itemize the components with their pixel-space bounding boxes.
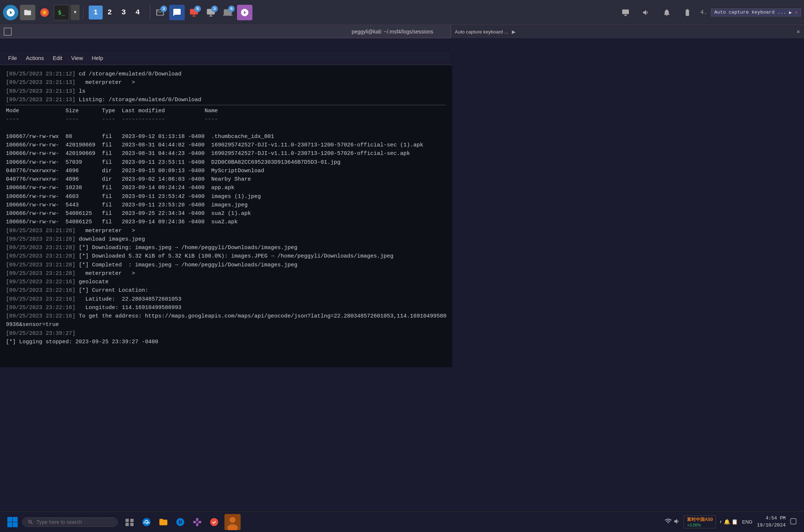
menu-actions[interactable]: Actions <box>22 54 47 62</box>
workspace-1[interactable]: 1 <box>89 6 103 19</box>
store-icon[interactable] <box>173 515 188 529</box>
term-file-4: 100666/rw-rw-rw- 57039 fil 2023-09-11 23… <box>6 158 446 167</box>
term-line-g6: 9936&sensor=true <box>6 320 446 329</box>
bell-icon[interactable] <box>659 5 674 20</box>
terminal-square-icon[interactable] <box>4 28 12 36</box>
tray-icon-1[interactable]: ⬆ <box>719 519 722 525</box>
edge-icon[interactable] <box>139 515 154 529</box>
close-icon-small[interactable]: ✕ <box>795 10 798 15</box>
start-button[interactable] <box>3 514 22 530</box>
menu-help[interactable]: Help <box>88 54 107 62</box>
windows-taskbar: 富时中国A50 +3.00% ⬆ 🔔 📋 ENG 4:54 PM 19/10/2… <box>0 511 804 532</box>
language-indicator[interactable]: ENG <box>741 519 754 525</box>
term-line-g2: [09/25/2023 23:22:16] [*] Current Locati… <box>6 286 446 295</box>
menu-file[interactable]: File <box>4 54 21 62</box>
search-input[interactable] <box>36 519 103 525</box>
volume-icon-bottom[interactable] <box>673 518 681 526</box>
auto-capture-label: Auto capture keyboard ... <box>714 10 786 15</box>
svg-point-13 <box>210 518 218 526</box>
kali-icon[interactable] <box>3 5 18 20</box>
badge-6: 6 <box>228 6 235 12</box>
clock[interactable]: 4:54 PM 19/10/2024 <box>757 515 786 528</box>
term-file-9: 100666/rw-rw-rw- 5443 fil 2023-09-11 23:… <box>6 201 446 209</box>
tray-icon-2[interactable]: 🔔 <box>724 519 730 525</box>
workspace-2[interactable]: 2 <box>103 6 117 19</box>
task-view-icon[interactable] <box>122 515 137 529</box>
term-blank <box>6 124 446 132</box>
panel-close-icon[interactable]: ✕ <box>796 29 800 35</box>
term-line-m6: [09/25/2023 23:21:28] meterpreter > <box>6 269 446 278</box>
red-app-icon[interactable] <box>207 515 222 529</box>
browser-icon[interactable] <box>37 5 52 20</box>
term-line-g3: [09/25/2023 23:22:16] Latitude: 22.28034… <box>6 295 446 304</box>
badge-3: 3 <box>160 6 167 12</box>
battery-icon[interactable] <box>680 5 695 20</box>
file-explorer-icon[interactable] <box>156 515 171 529</box>
term-file-10: 100666/rw-rw-rw- 54086125 fil 2023-09-25… <box>6 209 446 218</box>
tray-icon-3[interactable]: 📋 <box>732 519 738 525</box>
terminal-icon[interactable]: $_ <box>54 5 69 20</box>
term-line-5 <box>6 104 446 105</box>
volume-icon[interactable] <box>638 5 654 20</box>
svg-rect-8 <box>125 519 129 522</box>
svg-rect-11 <box>130 523 134 526</box>
terminal-prompt[interactable]: —(peggyli@kali)-[~/.msf4/logs/sessions] … <box>6 357 446 367</box>
date-display: 19/10/2024 <box>757 522 786 529</box>
term-blank-2 <box>6 346 446 355</box>
search-icon <box>28 519 33 525</box>
game-icon[interactable] <box>190 515 205 529</box>
auto-capture-label: Auto capture keyboard ... <box>455 29 508 35</box>
term-line-4: [09/25/2023 23:21:13] Listing: /storage/… <box>6 96 446 104</box>
terminal-content: [09/25/2023 23:21:12] cd /storage/emulat… <box>0 65 452 367</box>
workspace-4[interactable]: 4 <box>131 6 145 19</box>
workspace-switcher: 1 2 3 4 <box>89 6 145 19</box>
expand-icon[interactable]: ▶ <box>789 10 792 15</box>
ime-indicator[interactable]: 富时中国A50 +3.00% <box>684 515 716 528</box>
term-file-3: 100666/rw-rw-rw- 420190669 fil 2023-08-3… <box>6 149 446 158</box>
menu-view[interactable]: View <box>67 54 86 62</box>
workspace-3[interactable]: 3 <box>117 6 131 19</box>
term-header: Mode Size Type Last modified Name <box>6 107 446 115</box>
svg-point-12 <box>142 518 150 526</box>
term-file-8: 100666/rw-rw-rw- 4603 fil 2023-09-11 23:… <box>6 192 446 201</box>
badge-5: 5 <box>194 6 201 12</box>
svg-point-2 <box>43 11 46 14</box>
app-icon-6[interactable] <box>237 5 252 20</box>
term-file-5: 040776/rwxrwxrw- 4096 dir 2023-09-15 00:… <box>6 167 446 175</box>
ime-text: 富时中国A50 <box>687 517 713 523</box>
time-display: 4:54 PM <box>757 515 786 522</box>
notification-button[interactable] <box>789 518 798 526</box>
term-line-m1: [09/25/2023 23:21:28] meterpreter > <box>6 227 446 235</box>
app-icon-5[interactable]: 6 <box>220 5 235 20</box>
term-line-g4: [09/25/2023 23:22:16] Longitude: 114.169… <box>6 304 446 312</box>
term-line-g1: [09/25/2023 23:22:16] geolocate <box>6 278 446 286</box>
system-tray-bottom: 富时中国A50 +3.00% ⬆ 🔔 📋 ENG 4:54 PM 19/10/2… <box>665 515 801 528</box>
badge-3b: 3 <box>211 6 218 12</box>
svg-rect-7 <box>622 9 629 14</box>
menu-edit[interactable]: Edit <box>49 54 66 62</box>
term-line-2: [09/25/2023 23:21:13] meterpreter > <box>6 78 446 87</box>
term-underline: ---- ---- ---- ------------- ---- <box>6 115 446 124</box>
term-line-m3: [09/25/2023 23:21:28] [*] Downloading: i… <box>6 244 446 252</box>
display-icon[interactable] <box>618 5 633 20</box>
filemanager-icon[interactable] <box>20 5 35 20</box>
app-icon-3[interactable]: 5 <box>186 5 202 20</box>
virtualbox-taskbar: $_ ▼ 1 2 3 4 3 5 3 6 <box>0 0 804 25</box>
term-line-g5: [09/25/2023 23:22:16] To get the address… <box>6 312 446 320</box>
app-icon-2[interactable] <box>169 5 185 20</box>
arrow-icon[interactable]: ▶ <box>512 29 516 35</box>
svg-point-15 <box>230 517 235 523</box>
user-avatar[interactable] <box>224 514 241 530</box>
auto-capture-panel[interactable]: Auto capture keyboard ... ▶ ✕ <box>711 8 801 17</box>
bottom-taskbar-icons <box>122 515 222 529</box>
network-icon[interactable] <box>665 517 672 526</box>
app-icon-4[interactable]: 3 <box>203 5 219 20</box>
term-file-7: 100666/rw-rw-rw- 10238 fil 2023-09-14 09… <box>6 184 446 192</box>
term-line-m2: [09/25/2023 23:21:28] download images.jp… <box>6 235 446 244</box>
dropdown-arrow[interactable]: ▼ <box>71 5 79 20</box>
app-icon-1[interactable]: 3 <box>152 5 168 20</box>
svg-rect-17 <box>791 518 796 524</box>
right-panel: Auto capture keyboard ... ▶ ✕ <box>451 25 804 38</box>
term-file-11: 100666/rw-rw-rw- 54086125 fil 2023-09-14… <box>6 218 446 226</box>
search-bar[interactable] <box>22 517 118 527</box>
